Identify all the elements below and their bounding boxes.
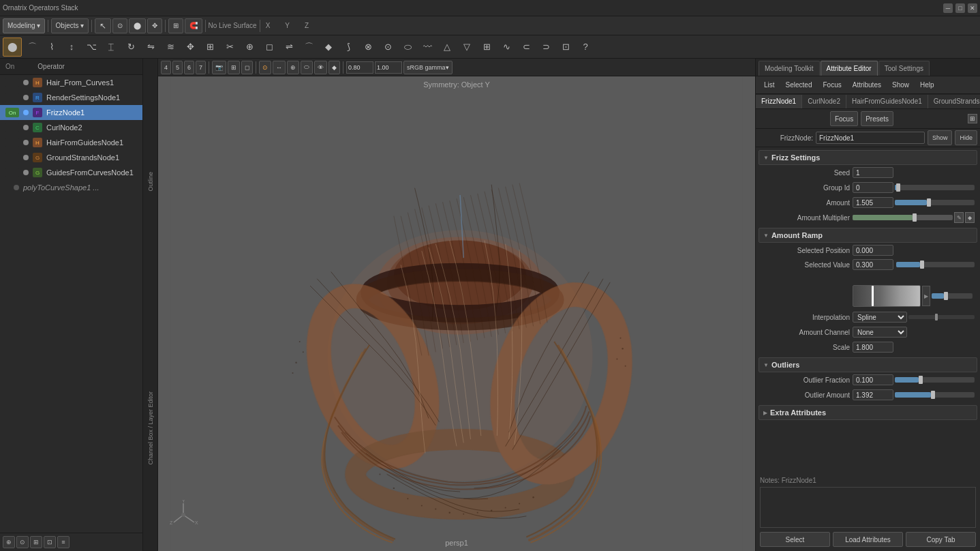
- mirror-icon-btn[interactable]: ⇌: [279, 38, 298, 57]
- show-btn[interactable]: Show: [928, 130, 953, 145]
- vp-grid-btn[interactable]: ⊞: [228, 61, 240, 74]
- seed-input[interactable]: [853, 167, 893, 178]
- op-item-hair-from-curves[interactable]: H Hair_From_Curves1: [0, 75, 142, 90]
- rh-help[interactable]: Help: [917, 80, 937, 90]
- ramp-expand-btn[interactable]: ▶: [922, 286, 930, 306]
- tab-modeling-toolkit[interactable]: Modeling Toolkit: [759, 61, 820, 76]
- select-btn[interactable]: Select: [760, 532, 830, 547]
- on-toggle-gs[interactable]: [5, 153, 19, 162]
- vp-snap-btn[interactable]: ⊙: [259, 61, 271, 74]
- amount-channel-select[interactable]: None: [853, 327, 907, 338]
- lv-btn-2[interactable]: ⊙: [16, 536, 29, 548]
- minimize-btn[interactable]: ─: [943, 3, 953, 13]
- op-item-hair-from-guides[interactable]: H HairFromGuidesNode1: [0, 135, 142, 150]
- comb2-icon-btn[interactable]: ∿: [497, 38, 516, 57]
- mode-dropdown[interactable]: Modeling ▾: [3, 18, 45, 33]
- viewport-nav[interactable]: Y X Z: [168, 500, 199, 531]
- vp-btn-shading[interactable]: 4: [161, 61, 171, 74]
- lasso-tool[interactable]: ⊙: [112, 18, 127, 33]
- op-item-poly-curve[interactable]: polyToCurveShape1 ...: [0, 180, 142, 195]
- focus-btn[interactable]: Focus: [830, 111, 858, 126]
- mask-icon-btn[interactable]: ⬭: [398, 38, 417, 57]
- outlier-frac-input[interactable]: [853, 374, 893, 385]
- bend-icon-btn[interactable]: ⌒: [299, 38, 318, 57]
- vp-btn-7[interactable]: 7: [196, 61, 206, 74]
- sel-val-input[interactable]: [853, 259, 893, 270]
- notes-textarea[interactable]: [760, 487, 976, 528]
- op-item-frizz[interactable]: On F FrizzNode1: [0, 105, 142, 120]
- scale-input[interactable]: [853, 342, 893, 353]
- on-toggle-hfg[interactable]: [5, 138, 19, 147]
- sel-pos-input[interactable]: [853, 245, 893, 256]
- on-toggle-curl[interactable]: [5, 123, 19, 132]
- extra-attributes-header[interactable]: ▶ Extra Attributes: [759, 405, 977, 420]
- select-icon-btn[interactable]: ⬤: [3, 38, 22, 57]
- lengthen-icon-btn[interactable]: ↕: [62, 38, 81, 57]
- ramp-canvas[interactable]: [853, 285, 921, 307]
- vp-btn-texture[interactable]: 6: [184, 61, 194, 74]
- erase-icon-btn[interactable]: ◻: [260, 38, 279, 57]
- on-toggle-render[interactable]: [5, 93, 19, 102]
- outliers-header[interactable]: ▼ Outliers: [759, 357, 977, 372]
- straighten-icon-btn[interactable]: ⌶: [102, 38, 121, 57]
- outlier-frac-slider[interactable]: [895, 374, 975, 385]
- lv-btn-5[interactable]: ≡: [57, 536, 70, 548]
- cut-icon-btn[interactable]: ✂: [220, 38, 239, 57]
- on-toggle-frizz[interactable]: On: [5, 108, 19, 117]
- flatten-icon-btn[interactable]: ⊡: [556, 38, 575, 57]
- scale-icon-btn[interactable]: ⊞: [200, 38, 219, 57]
- distribute-icon-btn[interactable]: ⊞: [477, 38, 496, 57]
- interp-slider[interactable]: [908, 312, 975, 323]
- lv-btn-3[interactable]: ⊞: [30, 536, 42, 548]
- splay-icon-btn[interactable]: ⊂: [517, 38, 536, 57]
- ntab-ground-strands[interactable]: GroundStrandsNode1: [928, 95, 980, 108]
- sel-val-slider[interactable]: [896, 259, 975, 270]
- ntab-curl[interactable]: CurlNode2: [802, 95, 846, 108]
- smooth-icon-btn[interactable]: ⌇: [42, 38, 61, 57]
- rotate-icon-btn[interactable]: ↻: [121, 38, 140, 57]
- outlier-amount-input[interactable]: [853, 389, 893, 400]
- ntab-hair-from-guides[interactable]: HairFromGuidesNode1: [846, 95, 928, 108]
- copy-tab-btn[interactable]: Copy Tab: [906, 532, 976, 547]
- op-item-curl[interactable]: C CurlNode2: [0, 120, 142, 135]
- amount-mult-slider[interactable]: [853, 212, 953, 223]
- comb-icon-btn[interactable]: ⌒: [22, 38, 42, 57]
- vp-xray-btn[interactable]: ⬭: [301, 61, 313, 74]
- ntab-frizz[interactable]: FrizzNode1: [756, 95, 802, 108]
- push-icon-btn[interactable]: ⊃: [536, 38, 555, 57]
- vp-camera-btn[interactable]: 📷: [212, 61, 226, 74]
- vp-axis-btn[interactable]: ↔: [273, 61, 286, 74]
- outlier-amount-slider[interactable]: [895, 389, 975, 400]
- noise-icon-btn[interactable]: ≋: [161, 38, 180, 57]
- select-tool[interactable]: ↖: [95, 18, 111, 33]
- lv-btn-4[interactable]: ⊡: [44, 536, 56, 548]
- vp-display-btn[interactable]: ◻: [241, 61, 253, 74]
- plant-icon-btn[interactable]: ⊕: [240, 38, 259, 57]
- viewport-canvas[interactable]: Symmetry: Object Y: [158, 76, 755, 551]
- op-item-ground-strands[interactable]: G GroundStrandsNode1: [0, 150, 142, 165]
- objects-btn[interactable]: Objects ▾: [51, 18, 89, 33]
- rh-focus[interactable]: Focus: [820, 80, 844, 90]
- lv-btn-1[interactable]: ⊕: [3, 536, 15, 548]
- on-toggle-hair[interactable]: [5, 78, 19, 87]
- rh-list[interactable]: List: [761, 80, 778, 90]
- vp-sel-btn[interactable]: ◆: [328, 61, 340, 74]
- ramp-handle[interactable]: [872, 286, 874, 306]
- strand-icon-btn[interactable]: ⟆: [339, 38, 358, 57]
- snap-btn[interactable]: ⊞: [168, 18, 183, 33]
- maximize-btn[interactable]: □: [955, 3, 965, 13]
- group-id-slider[interactable]: [895, 182, 975, 193]
- ramp-slider-2[interactable]: [932, 293, 975, 299]
- transform-tool[interactable]: ✥: [147, 18, 162, 33]
- amount-mult-edit-btn[interactable]: ✎: [954, 212, 964, 223]
- close-btn[interactable]: ✕: [968, 3, 977, 13]
- rh-show[interactable]: Show: [889, 80, 912, 90]
- magnet-btn[interactable]: 🧲: [185, 18, 202, 33]
- root-icon-btn[interactable]: ▽: [457, 38, 476, 57]
- vp-val-input[interactable]: [375, 61, 402, 74]
- paint-tool[interactable]: ⬤: [129, 18, 146, 33]
- tip-icon-btn[interactable]: △: [438, 38, 457, 57]
- frizz-node-input[interactable]: [816, 132, 925, 144]
- tab-attribute-editor[interactable]: Attribute Editor: [821, 61, 878, 76]
- clump-icon-btn[interactable]: ⌥: [82, 38, 101, 57]
